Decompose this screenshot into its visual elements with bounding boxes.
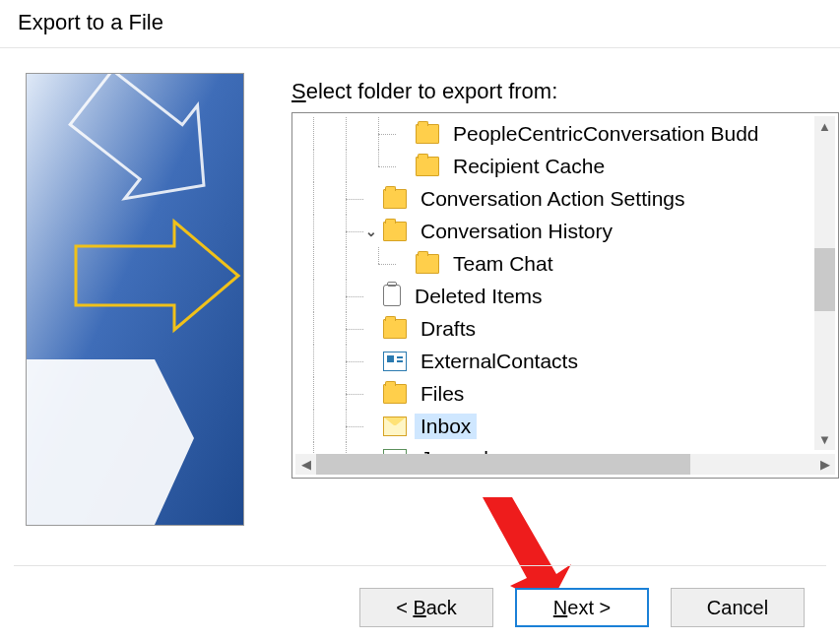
tree-item-label: Recipient Cache xyxy=(447,154,611,179)
trash-icon xyxy=(383,285,401,306)
contact-icon xyxy=(383,352,407,371)
cancel-button[interactable]: Cancel xyxy=(671,588,805,627)
expander-icon[interactable] xyxy=(361,384,381,404)
tree-item[interactable]: Team Chat xyxy=(296,247,814,280)
tree-item-label: Drafts xyxy=(415,316,482,342)
tree-item[interactable]: ⌄Conversation History xyxy=(296,215,814,247)
content-area: Select folder to export from: PeopleCent… xyxy=(0,61,840,554)
scroll-left-icon[interactable]: ◀ xyxy=(295,457,316,472)
folder-icon xyxy=(416,254,439,274)
tree-item[interactable]: Deleted Items xyxy=(296,280,814,312)
expander-icon[interactable] xyxy=(394,157,414,176)
expander-icon[interactable] xyxy=(361,417,381,436)
button-separator xyxy=(14,565,826,566)
scroll-up-icon[interactable]: ▲ xyxy=(814,116,835,137)
back-button[interactable]: < Back xyxy=(359,588,493,627)
tree-item-label: Inbox xyxy=(415,414,477,439)
scroll-right-icon[interactable]: ▶ xyxy=(814,457,835,472)
tree-item-label: Deleted Items xyxy=(409,284,549,309)
expander-icon[interactable] xyxy=(394,254,414,274)
folder-icon xyxy=(383,319,407,339)
horizontal-scrollbar[interactable]: ◀ ▶ xyxy=(295,454,835,475)
tree-item-label: Conversation History xyxy=(415,219,618,244)
next-button[interactable]: Next > xyxy=(515,588,649,627)
tree-item-label: ExternalContacts xyxy=(415,349,584,374)
tree-item[interactable]: Inbox xyxy=(296,410,814,442)
horizontal-scroll-thumb[interactable] xyxy=(316,454,690,475)
expander-icon[interactable] xyxy=(361,287,381,306)
title-separator xyxy=(0,47,840,48)
folder-icon xyxy=(383,384,407,404)
folder-tree[interactable]: PeopleCentricConversation BuddRecipient … xyxy=(292,113,814,464)
tree-item[interactable]: Conversation Action Settings xyxy=(296,182,814,215)
vertical-scroll-thumb[interactable] xyxy=(814,248,835,311)
folder-icon xyxy=(416,124,439,144)
wizard-buttons: < Back Next > Cancel xyxy=(359,588,805,627)
expander-icon[interactable]: ⌄ xyxy=(361,222,381,241)
tree-item[interactable]: ExternalContacts xyxy=(296,345,814,377)
expander-icon[interactable] xyxy=(394,124,414,144)
select-folder-label: Select folder to export from: xyxy=(291,79,839,104)
tree-item-label: Conversation Action Settings xyxy=(415,186,691,212)
expander-icon[interactable] xyxy=(361,352,381,371)
tree-item[interactable]: Recipient Cache xyxy=(296,150,814,182)
tree-item-label: Files xyxy=(415,381,470,407)
tree-item-label: Team Chat xyxy=(447,251,559,277)
expander-icon[interactable] xyxy=(361,189,381,209)
tree-item-label: PeopleCentricConversation Budd xyxy=(447,121,765,147)
wizard-illustration xyxy=(26,73,244,526)
tree-item[interactable]: Files xyxy=(296,377,814,410)
export-wizard-window: Export to a File xyxy=(0,0,840,641)
scroll-down-icon[interactable]: ▼ xyxy=(814,429,835,450)
folder-tree-container: PeopleCentricConversation BuddRecipient … xyxy=(291,112,839,479)
vertical-scrollbar[interactable]: ▲ ▼ xyxy=(814,116,835,450)
mail-icon xyxy=(383,417,407,436)
expander-icon[interactable] xyxy=(361,319,381,339)
window-title: Export to a File xyxy=(0,0,840,35)
folder-icon xyxy=(383,189,407,209)
tree-item[interactable]: Drafts xyxy=(296,312,814,345)
folder-icon xyxy=(416,157,439,176)
tree-item[interactable]: PeopleCentricConversation Budd xyxy=(296,117,814,150)
folder-icon xyxy=(383,222,407,241)
right-pane: Select folder to export from: PeopleCent… xyxy=(291,61,840,554)
